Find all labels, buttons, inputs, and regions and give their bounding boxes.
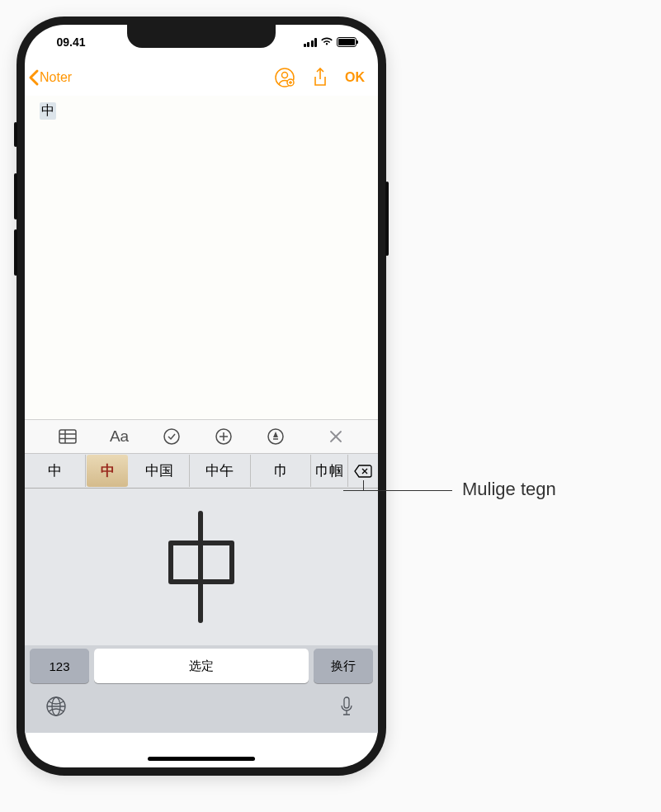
numbers-key[interactable]: 123 bbox=[30, 649, 89, 683]
note-character: 中 bbox=[40, 102, 56, 120]
signal-icon bbox=[304, 38, 318, 47]
candidate-row: 中 中 中国 中午 巾 巾帼 bbox=[25, 454, 378, 489]
svg-rect-3 bbox=[59, 430, 76, 443]
handwritten-character bbox=[148, 503, 255, 630]
keyboard-footer bbox=[25, 690, 378, 733]
back-button[interactable]: Noter bbox=[28, 68, 72, 87]
globe-icon[interactable] bbox=[45, 695, 68, 718]
svg-rect-20 bbox=[344, 697, 349, 708]
nav-actions: OK bbox=[274, 67, 371, 88]
status-indicators bbox=[304, 35, 357, 49]
add-icon[interactable] bbox=[213, 426, 234, 447]
checklist-icon[interactable] bbox=[161, 426, 182, 447]
add-person-icon[interactable] bbox=[274, 67, 295, 88]
markup-icon[interactable] bbox=[265, 426, 286, 447]
wifi-icon bbox=[320, 35, 333, 49]
format-icon[interactable]: Aa bbox=[109, 426, 130, 447]
delete-key[interactable] bbox=[348, 464, 378, 479]
home-indicator[interactable] bbox=[148, 757, 255, 761]
candidate-0[interactable]: 中 bbox=[25, 455, 86, 487]
candidate-4[interactable]: 巾 bbox=[251, 455, 312, 487]
handwriting-input[interactable] bbox=[25, 489, 378, 645]
note-editor[interactable]: 中 bbox=[25, 96, 378, 419]
phone-frame: 09.41 Noter bbox=[17, 17, 386, 776]
status-time: 09.41 bbox=[46, 35, 96, 49]
return-key[interactable]: 换行 bbox=[314, 649, 373, 683]
back-label: Noter bbox=[40, 70, 72, 85]
close-icon[interactable] bbox=[325, 426, 347, 447]
screen: 09.41 Noter bbox=[25, 25, 378, 767]
notch bbox=[127, 25, 276, 48]
svg-point-1 bbox=[282, 73, 288, 78]
volume-up-button bbox=[14, 173, 17, 220]
volume-down-button bbox=[14, 229, 17, 276]
callout-line bbox=[363, 490, 452, 491]
keyboard-bottom-row: 123 选定 换行 bbox=[25, 645, 378, 690]
silence-switch bbox=[14, 122, 17, 147]
candidate-3[interactable]: 中午 bbox=[190, 455, 251, 487]
notes-toolbar: Aa bbox=[25, 419, 378, 454]
nav-bar: Noter OK bbox=[25, 59, 378, 96]
svg-point-7 bbox=[164, 429, 179, 444]
share-icon[interactable] bbox=[312, 67, 328, 88]
battery-icon bbox=[337, 37, 356, 47]
ok-button[interactable]: OK bbox=[345, 70, 371, 85]
mic-icon[interactable] bbox=[335, 695, 358, 718]
candidate-2[interactable]: 中国 bbox=[129, 455, 190, 487]
table-icon[interactable] bbox=[57, 426, 78, 447]
power-button bbox=[385, 182, 389, 256]
callout-label: Mulige tegn bbox=[462, 479, 556, 500]
keyboard: 中 中 中国 中午 巾 巾帼 bbox=[25, 454, 378, 733]
candidate-1[interactable]: 中 bbox=[87, 455, 129, 487]
select-key[interactable]: 选定 bbox=[94, 649, 309, 683]
